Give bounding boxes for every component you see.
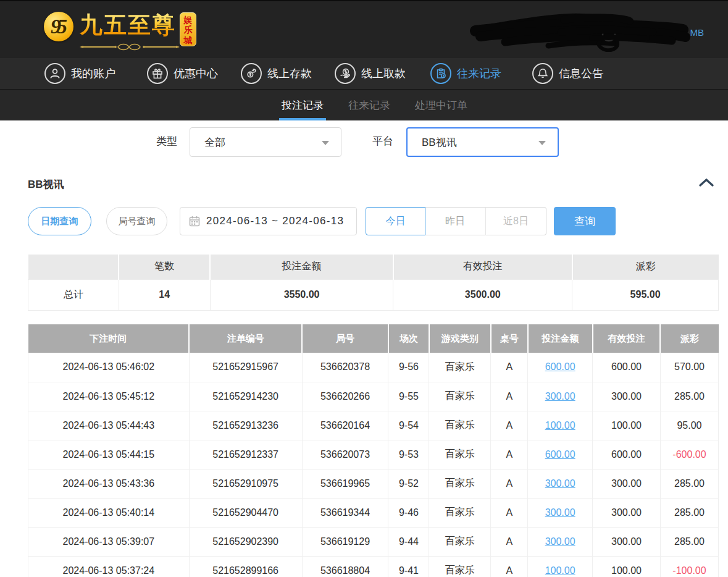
cell-session: 9-52 — [388, 469, 429, 498]
yesterday-button[interactable]: 昨日 — [425, 207, 486, 235]
cell-game-type: 百家乐 — [429, 440, 491, 469]
brand-logo[interactable]: 95 九五至尊娱乐城 — [44, 9, 196, 46]
cell-game-type: 百家乐 — [429, 556, 491, 577]
cell-game-type: 百家乐 — [429, 469, 491, 498]
query-toolbar: 日期查询 局号查询 2024-06-13 ~ 2024-06-13 今日 昨日 … — [0, 207, 728, 250]
cell-round-id: 536620073 — [302, 440, 388, 469]
summary-header-row: 笔数 投注金额 有效投注 派彩 — [28, 255, 719, 279]
platform-filter-label: 平台 — [372, 134, 393, 148]
bet-amount-link[interactable]: 300.00 — [545, 507, 575, 518]
bet-amount-link[interactable]: 100.00 — [545, 420, 575, 431]
cell-valid-bet: 600.00 — [593, 440, 661, 469]
cell-bet-amount: 300.00 — [528, 527, 593, 556]
summary-total-row: 总计 14 3550.00 3500.00 595.00 — [28, 279, 719, 310]
cell-bet-time: 2024-06-13 05:37:24 — [28, 556, 190, 577]
table-row: 2024-06-13 05:44:15521652912337536620073… — [28, 440, 719, 469]
col-game-type: 游戏类别 — [429, 324, 491, 353]
cell-table-no: A — [491, 556, 528, 577]
cell-order-id: 521652902390 — [189, 527, 302, 556]
cell-payout: 95.00 — [660, 411, 718, 440]
table-row: 2024-06-13 05:46:02521652915967536620378… — [28, 353, 719, 382]
today-button[interactable]: 今日 — [366, 207, 425, 235]
nav-item-deposit[interactable]: 线上存款 — [241, 63, 312, 84]
tab-transaction-records[interactable]: 往来记录 — [336, 90, 403, 120]
nav-item-promotions[interactable]: 优惠中心 — [147, 63, 218, 84]
cell-session: 9-41 — [388, 556, 429, 577]
cell-session: 9-56 — [388, 353, 429, 382]
summary-total-payout: 595.00 — [572, 279, 719, 310]
type-select[interactable]: 全部 — [190, 127, 341, 157]
nav-item-announcements[interactable]: 信息公告 — [532, 63, 603, 84]
bet-amount-link[interactable]: 100.00 — [545, 565, 575, 576]
records-icon — [430, 63, 451, 84]
nav-item-withdraw[interactable]: 线上取款 — [335, 63, 406, 84]
tab-betting-records[interactable]: 投注记录 — [269, 90, 336, 120]
cell-session: 9-53 — [388, 440, 429, 469]
sub-tabs: 投注记录 往来记录 处理中订单 — [0, 89, 728, 120]
nav-label: 信息公告 — [559, 66, 603, 81]
table-row: 2024-06-13 05:40:14521652904470536619344… — [28, 498, 719, 527]
platform-select-value: BB视讯 — [422, 135, 457, 150]
date-query-button[interactable]: 日期查询 — [28, 207, 91, 235]
section-header: BB视讯 — [0, 166, 728, 207]
cell-valid-bet: 300.00 — [593, 498, 661, 527]
cell-table-no: A — [491, 411, 528, 440]
cell-session: 9-44 — [388, 527, 429, 556]
bet-amount-link[interactable]: 300.00 — [545, 391, 575, 402]
balance-currency-suffix: MB — [690, 27, 705, 38]
summary-header-payout: 派彩 — [572, 255, 719, 279]
bet-amount-link[interactable]: 300.00 — [545, 478, 575, 489]
chevron-up-icon[interactable] — [699, 178, 714, 187]
section-title: BB视讯 — [28, 177, 64, 192]
table-row: 2024-06-13 05:37:24521652899166536618804… — [28, 556, 719, 577]
cell-payout: -100.00 — [660, 556, 718, 577]
date-range-input[interactable]: 2024-06-13 ~ 2024-06-13 — [180, 207, 357, 235]
nav-label: 优惠中心 — [174, 66, 218, 81]
cell-valid-bet: 300.00 — [593, 527, 661, 556]
nav-item-my-account[interactable]: 我的账户 — [44, 63, 115, 84]
round-query-button[interactable]: 局号查询 — [106, 207, 167, 235]
redacted-account-info — [468, 10, 690, 52]
cell-bet-amount: 600.00 — [528, 353, 593, 382]
user-icon — [44, 63, 65, 84]
cell-table-no: A — [491, 382, 528, 411]
logo-monogram-icon: 95 — [44, 12, 73, 41]
col-session: 场次 — [388, 324, 429, 353]
cell-payout: 285.00 — [660, 469, 718, 498]
page: 95 九五至尊娱乐城 — [0, 0, 728, 577]
platform-select[interactable]: BB视讯 — [406, 127, 559, 157]
caret-down-icon — [538, 141, 546, 145]
nav-item-transaction-records[interactable]: 往来记录 — [430, 63, 501, 84]
cell-bet-time: 2024-06-13 05:45:12 — [28, 382, 190, 411]
summary-total-count: 14 — [119, 279, 210, 310]
tab-pending-orders[interactable]: 处理中订单 — [403, 90, 480, 120]
col-table-no: 桌号 — [491, 324, 528, 353]
col-bet-time: 下注时间 — [28, 324, 190, 353]
cell-valid-bet: 600.00 — [593, 353, 661, 382]
cell-order-id: 521652913236 — [189, 411, 302, 440]
bet-amount-link[interactable]: 300.00 — [545, 536, 575, 547]
cell-game-type: 百家乐 — [429, 527, 491, 556]
cell-order-id: 521652910975 — [189, 469, 302, 498]
search-button[interactable]: 查询 — [554, 207, 616, 235]
nav-label: 线上取款 — [361, 66, 406, 81]
summary-header-count: 笔数 — [119, 255, 210, 279]
cell-bet-time: 2024-06-13 05:46:02 — [28, 353, 190, 382]
cell-round-id: 536620378 — [302, 353, 388, 382]
cell-bet-time: 2024-06-13 05:44:15 — [28, 440, 190, 469]
calendar-icon — [189, 216, 200, 227]
bet-amount-link[interactable]: 600.00 — [545, 361, 575, 372]
cell-session: 9-55 — [388, 382, 429, 411]
date-range-value: 2024-06-13 ~ 2024-06-13 — [206, 215, 344, 227]
cell-bet-amount: 300.00 — [528, 469, 593, 498]
brand-badge: 娱乐城 — [180, 12, 196, 46]
bet-amount-link[interactable]: 600.00 — [545, 449, 575, 460]
cell-game-type: 百家乐 — [429, 411, 491, 440]
cell-round-id: 536619344 — [302, 498, 388, 527]
cell-bet-time: 2024-06-13 05:39:07 — [28, 527, 190, 556]
cell-payout: 570.00 — [660, 353, 718, 382]
cell-payout: 285.00 — [660, 382, 718, 411]
cell-round-id: 536618804 — [302, 556, 388, 577]
last-8-days-button[interactable]: 近8日 — [485, 207, 546, 235]
cell-order-id: 521652912337 — [189, 440, 302, 469]
